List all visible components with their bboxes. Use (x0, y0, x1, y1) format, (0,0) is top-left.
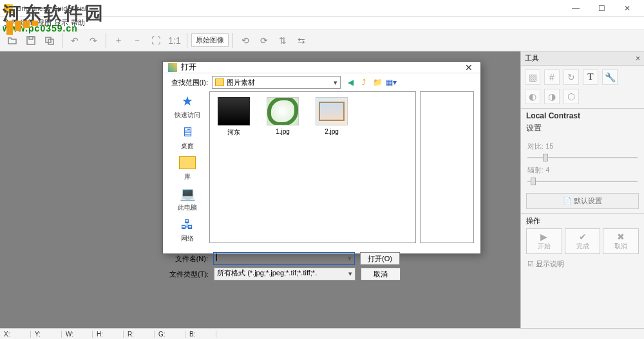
network-icon: 🖧 (178, 216, 196, 233)
minimize-button[interactable]: — (563, 1, 589, 16)
dialog-nav-buttons: ◀ ⤴ 📁 ▦▾ (345, 77, 397, 88)
dialog-body: ★快速访问 🖥桌面 库 💻此电脑 🖧网络 河东 1.jpg 2.jpg (163, 91, 480, 247)
brightness-icon[interactable]: ◐ (525, 89, 540, 104)
window-title: Brightness Guide Trial (17, 5, 563, 12)
desktop-icon: 🖥 (178, 124, 196, 140)
zoom-in-icon[interactable]: ＋ (110, 32, 127, 49)
up-icon[interactable]: ⤴ (358, 77, 370, 88)
dialog-title: 打开 (181, 62, 462, 73)
filename-input[interactable] (213, 252, 355, 265)
nav-library[interactable]: 库 (178, 154, 196, 181)
filetype-row: 文件类型(T): 所有格式 (*.jpg;*.jpeg;*.tif;*.tiff… (169, 268, 474, 280)
defaults-button[interactable]: 📄 默认设置 (526, 193, 639, 209)
nav-quick[interactable]: ★快速访问 (175, 93, 200, 120)
show-description-checkbox[interactable]: ☑ 显示说明 (521, 254, 644, 274)
lookin-combo[interactable]: 图片素材 (212, 76, 341, 89)
main-toolbar: ↶ ↷ ＋ － ⛶ 1:1 原始图像 ⟲ ⟳ ⇅ ⇆ (0, 30, 644, 51)
open-icon[interactable] (4, 32, 21, 49)
undo-icon[interactable]: ↶ (66, 32, 83, 49)
text-icon[interactable]: T (583, 69, 598, 85)
status-bar: X: Y: W: H: R: G: B: (0, 328, 644, 339)
levels-icon[interactable]: ⬡ (564, 89, 579, 104)
status-g: G: (155, 331, 185, 338)
radius-label: 辐射: 4 (527, 165, 638, 175)
file-item-image[interactable]: 1.jpg (264, 97, 301, 135)
rotate-icon[interactable]: ↻ (564, 69, 579, 85)
toolbar-separator (62, 33, 62, 48)
pc-icon: 💻 (178, 185, 196, 202)
image-thumb (267, 97, 299, 125)
rotate-right-icon[interactable]: ⟳ (256, 32, 272, 49)
play-icon: ▶ (528, 232, 560, 242)
menu-view[interactable]: 视图 (37, 18, 52, 28)
nav-network[interactable]: 🖧网络 (178, 216, 196, 243)
file-item-image[interactable]: 2.jpg (313, 97, 350, 135)
dialog-close-icon[interactable]: ✕ (462, 62, 475, 73)
preview-pane (420, 91, 474, 243)
dialog-icon (168, 63, 177, 72)
view-menu-icon[interactable]: ▦▾ (385, 77, 397, 88)
start-button[interactable]: ▶开始 (526, 228, 562, 254)
dialog-cancel-button[interactable]: 取消 (361, 268, 401, 280)
operations-header: 操作 (521, 213, 644, 228)
panel-close-icon[interactable]: × (636, 54, 640, 63)
maximize-button[interactable]: ☐ (589, 1, 614, 16)
file-list[interactable]: 河东 1.jpg 2.jpg (209, 91, 416, 243)
contrast-icon[interactable]: ◑ (544, 89, 560, 104)
lookin-label: 查找范围(I): (169, 78, 208, 87)
open-button[interactable]: 打开(O) (360, 252, 400, 265)
check-icon: ✔ (567, 232, 599, 242)
redo-icon[interactable]: ↷ (85, 32, 102, 49)
menu-file[interactable]: 文件 (4, 18, 18, 28)
nav-desktop[interactable]: 🖥桌面 (178, 124, 196, 151)
tool-icons-row2: ◐ ◑ ⬡ (521, 89, 644, 108)
menu-bar: 文件 编辑 视图 显示 帮助 (0, 17, 644, 30)
file-name: 河东 (227, 129, 240, 136)
filetype-select[interactable]: 所有格式 (*.jpg;*.jpeg;*.tif;*.tiff;*. (214, 268, 355, 280)
panel-title: 工具 (525, 53, 539, 63)
batch-icon[interactable] (41, 32, 58, 49)
status-h: H: (93, 331, 124, 338)
crop-icon[interactable]: ▧ (525, 69, 540, 85)
cancel-button[interactable]: ✖取消 (603, 228, 639, 254)
back-icon[interactable]: ◀ (345, 77, 356, 88)
dialog-titlebar: 打开 ✕ (163, 62, 480, 73)
nav-thispc[interactable]: 💻此电脑 (178, 185, 197, 212)
contrast-slider[interactable] (527, 152, 638, 163)
filename-row: 文件名(N): 打开(O) (169, 252, 474, 265)
flip-h-icon[interactable]: ⇆ (293, 32, 310, 49)
file-name: 2.jpg (325, 128, 339, 135)
resize-icon[interactable]: # (544, 69, 560, 85)
fit-icon[interactable]: ⛶ (147, 32, 164, 49)
wrench-icon[interactable]: 🔧 (602, 69, 618, 85)
menu-help[interactable]: 帮助 (71, 18, 85, 28)
svg-rect-0 (27, 37, 35, 44)
file-item-folder[interactable]: 河东 (215, 97, 252, 137)
menu-display[interactable]: 显示 (54, 18, 68, 28)
panel-header: 工具 × (521, 51, 644, 66)
radius-slider[interactable] (527, 176, 638, 187)
tools-panel: 工具 × ▧ # ↻ T 🔧 ◐ ◑ ⬡ Local Contrast 设置 对… (520, 51, 644, 328)
close-button[interactable]: ✕ (614, 1, 640, 16)
contrast-setting: 对比: 15 辐射: 4 (521, 136, 644, 189)
toolbar-separator (187, 33, 187, 48)
save-icon[interactable] (23, 32, 39, 49)
x-icon: ✖ (605, 232, 637, 242)
places-bar: ★快速访问 🖥桌面 库 💻此电脑 🖧网络 (169, 91, 205, 243)
status-w: W: (62, 331, 93, 338)
new-folder-icon[interactable]: 📁 (372, 77, 383, 88)
finish-button[interactable]: ✔完成 (565, 228, 601, 254)
folder-icon (215, 78, 224, 86)
star-icon: ★ (178, 93, 196, 109)
status-y: Y: (31, 331, 62, 338)
contrast-label: 对比: 15 (527, 142, 638, 151)
zoom-out-icon[interactable]: － (129, 32, 146, 49)
status-r: R: (124, 331, 155, 338)
original-image-button[interactable]: 原始图像 (191, 33, 229, 47)
actual-size-icon[interactable]: 1:1 (166, 32, 183, 49)
flip-v-icon[interactable]: ⇅ (274, 32, 291, 49)
window-titlebar: Brightness Guide Trial — ☐ ✕ (0, 0, 644, 17)
tool-icons-row: ▧ # ↻ T 🔧 (521, 66, 644, 89)
menu-edit[interactable]: 编辑 (21, 18, 35, 28)
rotate-left-icon[interactable]: ⟲ (237, 32, 254, 49)
